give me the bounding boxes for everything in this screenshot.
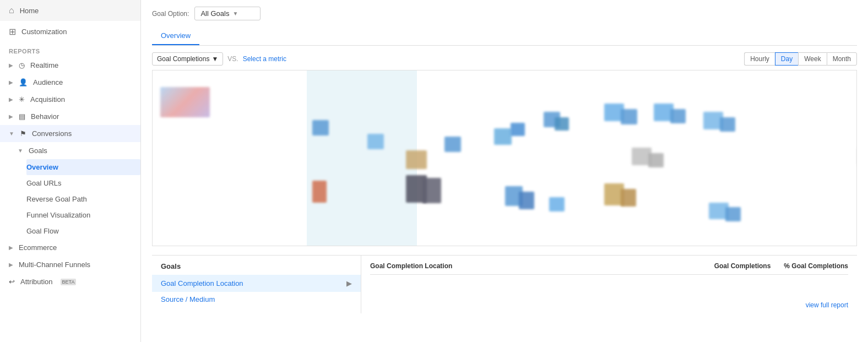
time-btn-month[interactable]: Month — [827, 52, 857, 66]
sidebar-realtime-label: Realtime — [30, 61, 58, 69]
chevron-right-icon: ▶ — [9, 79, 13, 85]
goal-completion-location-row[interactable]: Goal Completion Location ▶ — [152, 275, 361, 292]
main-inner: Goal Option: All Goals ▼ Overview Goal C… — [141, 0, 868, 342]
chevron-right-icon: ▶ — [346, 279, 352, 287]
sidebar-goals-label: Goals — [29, 146, 47, 155]
sidebar-attribution-label: Attribution — [20, 278, 53, 286]
sidebar-conversions-label: Conversions — [32, 129, 72, 138]
sidebar: ⌂ Home ⊞ Customization REPORTS ▶ ◷ Realt… — [0, 0, 141, 342]
metric-select[interactable]: Goal Completions ▼ — [152, 52, 223, 66]
goals-subsection: ▼ Goals Overview Goal URLs Reverse Goal … — [0, 142, 140, 239]
sidebar-item-acquisition[interactable]: ▶ ✳ Acquisition — [0, 91, 140, 108]
sidebar-item-conversions[interactable]: ▼ ⚑ Conversions — [0, 125, 140, 142]
tabs-row: Overview — [152, 27, 857, 46]
chevron-down-icon: ▼ — [232, 10, 238, 17]
chevron-right-icon: ▶ — [9, 113, 13, 120]
source-medium-label: Source / Medium — [161, 295, 215, 303]
time-buttons: Hourly Day Week Month — [744, 52, 857, 66]
chart-block-1 — [160, 87, 210, 117]
time-btn-hourly[interactable]: Hourly — [744, 52, 775, 66]
sidebar-multichannel-label: Multi-Channel Funnels — [19, 260, 90, 269]
sidebar-ecommerce-label: Ecommerce — [19, 243, 57, 252]
goal-flow-label: Goal Flow — [26, 227, 59, 235]
view-full-report-link[interactable]: view full report — [361, 297, 857, 313]
chart-block-28 — [725, 207, 741, 221]
chart-block-23 — [519, 192, 534, 209]
goal-completion-location-label: Goal Completion Location — [161, 279, 243, 287]
reverse-goal-path-label: Reverse Goal Path — [26, 195, 87, 203]
audience-icon: 👤 — [19, 78, 28, 86]
metric-label: Goal Completions — [157, 55, 209, 63]
chevron-down-icon: ▼ — [211, 55, 218, 63]
chevron-down-icon: ▼ — [18, 148, 23, 154]
chart-block-7 — [511, 123, 525, 136]
sidebar-item-multichannel[interactable]: ▶ Multi-Channel Funnels — [0, 256, 140, 273]
tab-overview[interactable]: Overview — [152, 27, 199, 45]
sidebar-item-funnel-visualization[interactable]: Funnel Visualization — [26, 207, 140, 223]
completion-location-col: Goal Completion Location — [370, 262, 452, 270]
customization-icon: ⊞ — [9, 26, 16, 37]
sidebar-item-audience[interactable]: ▶ 👤 Audience — [0, 74, 140, 91]
sidebar-item-goals[interactable]: ▼ Goals — [18, 142, 140, 159]
sidebar-item-realtime[interactable]: ▶ ◷ Realtime — [0, 57, 140, 74]
completion-panel: Goal Completion Location Goal Completion… — [361, 256, 857, 297]
source-medium-row[interactable]: Source / Medium — [152, 292, 361, 307]
pct-completions-col: % Goal Completions — [784, 262, 848, 270]
sidebar-item-goal-urls[interactable]: Goal URLs — [26, 175, 140, 191]
chart-highlight-band — [307, 70, 417, 246]
chevron-down-icon: ▼ — [9, 131, 14, 137]
main-content: Goal Option: All Goals ▼ Overview Goal C… — [141, 0, 868, 342]
chart-block-9 — [555, 117, 569, 131]
chart-block-19 — [312, 181, 327, 203]
sidebar-item-behavior[interactable]: ▶ ▤ Behavior — [0, 108, 140, 125]
realtime-icon: ◷ — [19, 61, 25, 69]
chart-block-17 — [648, 153, 664, 167]
chart-block-21 — [422, 178, 441, 203]
conversions-icon: ⚑ — [20, 129, 26, 138]
chart-area — [152, 70, 857, 246]
goals-panel-title: Goals — [152, 262, 361, 275]
time-btn-week[interactable]: Week — [798, 52, 826, 66]
metric-row: Goal Completions ▼ VS. Select a metric — [152, 52, 286, 66]
goal-option-label: Goal Option: — [152, 10, 189, 18]
sidebar-item-attribution[interactable]: ↩ Attribution BETA — [0, 273, 140, 290]
time-btn-day[interactable]: Day — [775, 52, 798, 66]
home-icon: ⌂ — [9, 6, 14, 15]
sidebar-item-overview[interactable]: Overview — [26, 159, 140, 175]
select-metric-link[interactable]: Select a metric — [243, 55, 286, 63]
chart-block-11 — [621, 109, 637, 124]
sidebar-item-goal-flow[interactable]: Goal Flow — [26, 223, 140, 239]
goal-urls-label: Goal URLs — [26, 179, 62, 187]
chart-block-5 — [444, 137, 461, 152]
sidebar-home-label: Home — [20, 7, 39, 15]
overview-label: Overview — [26, 163, 58, 171]
goals-sub-items: Overview Goal URLs Reverse Goal Path Fun… — [18, 159, 140, 239]
chevron-right-icon: ▶ — [9, 245, 13, 251]
sidebar-item-reverse-goal-path[interactable]: Reverse Goal Path — [26, 191, 140, 207]
behavior-icon: ▤ — [19, 112, 25, 121]
sidebar-behavior-label: Behavior — [31, 112, 59, 121]
chart-block-24 — [549, 197, 565, 211]
chart-block-6 — [494, 128, 512, 145]
sidebar-item-home[interactable]: ⌂ Home — [0, 0, 140, 21]
chart-block-2 — [312, 120, 329, 135]
vs-text: VS. — [227, 55, 238, 63]
chart-block-3 — [367, 134, 384, 149]
sidebar-item-ecommerce[interactable]: ▶ Ecommerce — [0, 239, 140, 256]
sidebar-audience-label: Audience — [33, 78, 63, 86]
sidebar-acquisition-label: Acquisition — [30, 95, 65, 104]
funnel-visualization-label: Funnel Visualization — [26, 211, 90, 219]
sidebar-customization-label: Customization — [21, 28, 67, 36]
completion-header: Goal Completion Location Goal Completion… — [370, 262, 848, 275]
chart-block-13 — [670, 109, 686, 123]
chart-toolbar: Goal Completions ▼ VS. Select a metric H… — [152, 52, 857, 66]
chevron-right-icon: ▶ — [9, 96, 13, 102]
goal-option-select[interactable]: All Goals ▼ — [194, 7, 261, 20]
goals-panel: Goals Goal Completion Location ▶ Source … — [152, 256, 361, 313]
reports-section-label: REPORTS — [0, 42, 140, 57]
chart-block-15 — [720, 117, 735, 132]
completion-header-right: Goal Completions % Goal Completions — [714, 262, 848, 270]
goal-option-row: Goal Option: All Goals ▼ — [152, 7, 857, 20]
bottom-area: Goals Goal Completion Location ▶ Source … — [152, 255, 857, 313]
sidebar-item-customization[interactable]: ⊞ Customization — [0, 21, 140, 42]
